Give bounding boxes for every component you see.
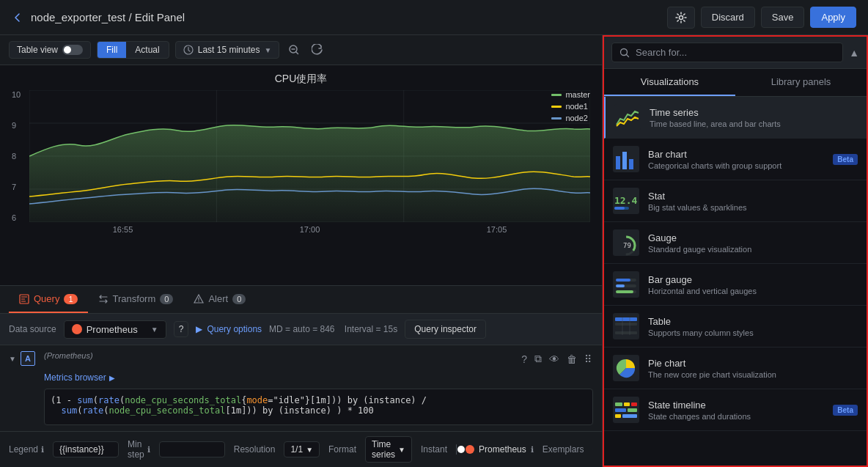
top-bar: node_exporter_test / Edit Panel Discard … [0, 0, 868, 35]
bar-gauge-info: Bar gauge Horizontal and vertical gauges [648, 274, 858, 295]
query-inspector-button[interactable]: Query inspector [405, 320, 486, 339]
tab-alert-badge: 0 [232, 294, 246, 304]
search-input-wrap [611, 43, 843, 62]
zoom-out-button[interactable] [285, 41, 303, 59]
ds-help-button[interactable]: ? [174, 321, 189, 337]
stat-icon: 12.4 [613, 188, 639, 214]
viz-item-bar-chart[interactable]: Bar chart Categorical charts with group … [604, 139, 867, 180]
exemplars-eye-icon[interactable] [592, 445, 593, 454]
min-step-input[interactable] [159, 441, 225, 457]
legend-node2: node2 [551, 114, 590, 122]
svg-text:12.4: 12.4 [614, 195, 637, 206]
svg-rect-48 [628, 408, 637, 412]
svg-rect-47 [615, 408, 626, 412]
stat-desc: Big stat values & sparklines [648, 203, 858, 212]
gauge-desc: Standard gauge visualization [648, 245, 858, 254]
collapse-panel-button[interactable]: ▲ [849, 47, 859, 59]
options-row: Legend ℹ Min step ℹ Resolution 1/1 ▼ For… [0, 431, 602, 467]
chart-svg [29, 90, 590, 222]
ds-chevron-icon: ▼ [151, 326, 158, 334]
save-button[interactable]: Save [761, 7, 805, 28]
tab-visualizations[interactable]: Visualizations [604, 69, 735, 96]
query-delete-button[interactable]: 🗑 [565, 352, 578, 367]
viz-item-stat[interactable]: 12.4 Stat Big stat values & sparklines [604, 180, 867, 222]
x-axis: 16:55 17:00 17:05 [12, 225, 590, 234]
table-view-toggle[interactable]: Table view [9, 41, 91, 59]
zoom-icon [288, 44, 300, 56]
bar-chart-icon [613, 146, 639, 172]
svg-text:79: 79 [623, 242, 631, 249]
legend-help-icon: ℹ [41, 445, 44, 455]
fill-actual-toggle[interactable]: Fill Actual [97, 41, 169, 59]
chart-area: CPU使用率 10 9 8 7 6 [0, 65, 602, 285]
svg-rect-39 [615, 331, 637, 334]
tab-query[interactable]: Query 1 [9, 286, 88, 313]
svg-rect-50 [622, 414, 637, 418]
viz-item-bar-gauge[interactable]: Bar gauge Horizontal and vertical gauges [604, 264, 867, 306]
discard-button[interactable]: Discard [701, 7, 755, 28]
state-timeline-name: State timeline [648, 400, 824, 411]
min-step-label: Min step ℹ [128, 439, 150, 460]
svg-rect-35 [613, 313, 639, 339]
tab-transform-badge: 0 [160, 294, 173, 304]
table-view-switch[interactable] [62, 45, 83, 55]
query-toggle-visibility-button[interactable]: 👁 [548, 352, 561, 367]
data-source-select[interactable]: Prometheus ▼ [64, 320, 166, 339]
tab-library-panels[interactable]: Library panels [735, 69, 867, 96]
viz-item-pie-chart[interactable]: Pie chart The new core pie chart visuali… [604, 348, 867, 389]
metrics-browser-button[interactable]: Metrics browser ▶ [44, 369, 593, 386]
gauge-name: Gauge [648, 232, 858, 243]
exemplars-label: Exemplars [542, 444, 584, 455]
back-button[interactable] [12, 12, 23, 23]
viz-item-table[interactable]: Table Supports many column styles [604, 306, 867, 348]
stat-info: Stat Big stat values & sparklines [648, 191, 858, 212]
query-code-editor[interactable]: (1 - sum(rate(node_cpu_seconds_total{mod… [44, 389, 593, 425]
resolution-chevron: ▼ [306, 446, 313, 454]
state-timeline-info: State timeline State changes and duratio… [648, 400, 824, 421]
settings-button[interactable] [667, 7, 695, 29]
table-icon [613, 313, 639, 339]
pie-chart-name: Pie chart [648, 358, 858, 369]
format-select[interactable]: Time series ▼ [365, 436, 412, 463]
time-range-picker[interactable]: Last 15 minutes ▼ [175, 41, 280, 59]
query-options-toggle[interactable]: ▶ Query options [196, 324, 262, 334]
viz-item-state-timeline[interactable]: State timeline State changes and duratio… [604, 389, 867, 431]
state-timeline-icon [613, 397, 639, 423]
actual-option[interactable]: Actual [126, 42, 168, 58]
query-datasource: (Prometheus) [44, 351, 93, 360]
search-input[interactable] [636, 47, 835, 58]
format-label: Format [328, 444, 356, 455]
legend-label-master: master [565, 90, 590, 99]
format-chevron: ▼ [398, 446, 405, 454]
svg-rect-46 [631, 402, 637, 406]
bar-chart-name: Bar chart [648, 149, 824, 160]
query-drag-button[interactable]: ⠿ [583, 352, 593, 367]
data-source-label: Data source [9, 324, 56, 334]
legend-input[interactable] [53, 441, 119, 457]
page-title: node_exporter_test / Edit Panel [31, 11, 185, 23]
time-series-desc: Time based line, area and bar charts [650, 119, 858, 128]
resolution-value: 1/1 [290, 444, 303, 455]
query-collapse-button[interactable]: ▼ [9, 355, 16, 363]
instant-toggle[interactable] [456, 444, 457, 455]
resolution-select[interactable]: 1/1 ▼ [284, 441, 320, 457]
viz-list: Time series Time based line, area and ba… [604, 97, 867, 466]
query-copy-button[interactable]: ⧉ [533, 351, 543, 367]
tab-transform[interactable]: Transform 0 [88, 286, 184, 313]
refresh-button[interactable] [309, 41, 326, 59]
viz-item-gauge[interactable]: 79 Gauge Standard gauge visualization [604, 222, 867, 264]
expand-icon: ▶ [196, 324, 202, 334]
svg-rect-37 [615, 323, 637, 326]
tab-alert[interactable]: Alert 0 [183, 286, 256, 313]
chart-toolbar: Table view Fill Actual Last 15 minutes ▼ [0, 35, 602, 65]
svg-rect-23 [614, 207, 625, 210]
svg-rect-36 [615, 317, 637, 321]
query-help-button[interactable]: ? [520, 352, 529, 367]
format-value: Time series [372, 439, 395, 460]
main-layout: Table view Fill Actual Last 15 minutes ▼ [0, 35, 868, 467]
min-step-help-icon: ℹ [147, 445, 150, 455]
fill-option[interactable]: Fill [98, 42, 126, 58]
viz-item-time-series[interactable]: Time series Time based line, area and ba… [604, 97, 867, 139]
apply-button[interactable]: Apply [810, 7, 856, 28]
data-source-row: Data source Prometheus ▼ ? ▶ Query optio… [0, 314, 602, 345]
